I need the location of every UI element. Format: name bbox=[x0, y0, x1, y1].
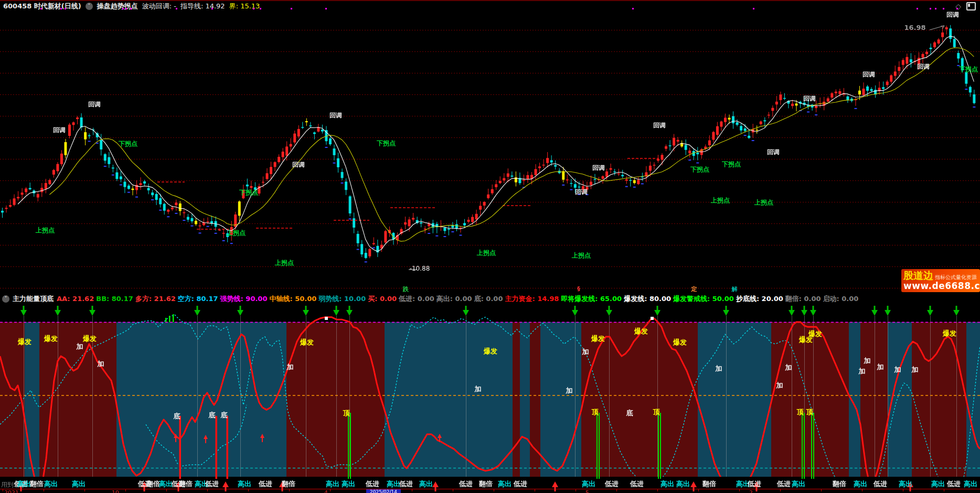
buy-low-label: 翻倍 bbox=[833, 479, 846, 489]
bottom-signal-label: 底 bbox=[174, 412, 180, 421]
chart-bottom-mark: § bbox=[577, 285, 580, 292]
signal-dot bbox=[956, 8, 958, 9]
chart-bottom-mark: 跌 bbox=[403, 285, 409, 293]
sell-high-label: 高出 bbox=[342, 479, 355, 489]
pullback-label: 回调 bbox=[946, 10, 959, 19]
indicator-field: 空方: 80.17 bbox=[178, 295, 218, 303]
signal-dot bbox=[291, 8, 292, 9]
add-position-label: 加 bbox=[582, 347, 589, 357]
pivot-label: 上拐点 bbox=[36, 226, 55, 235]
add-position-label: 加 bbox=[287, 362, 294, 372]
sell-high-label: 高出 bbox=[44, 479, 58, 489]
buy-low-label: 低进 bbox=[748, 479, 761, 489]
sell-high-label: 高出 bbox=[792, 479, 805, 489]
pullback-label: 回调 bbox=[88, 100, 101, 109]
signal-dot bbox=[632, 8, 634, 9]
buy-low-label: 低进 bbox=[605, 479, 619, 489]
add-position-label: 加 bbox=[912, 365, 919, 374]
pivot-label: 上拐点 bbox=[711, 196, 730, 205]
signal-dot bbox=[211, 8, 213, 9]
buy-low-label: 翻倍 bbox=[702, 479, 716, 489]
pivot-label: 上拐点 bbox=[754, 198, 773, 207]
stock-title[interactable]: 600458 时代新材(日线) bbox=[3, 2, 81, 11]
sell-high-label: 高出 bbox=[387, 479, 400, 489]
indicator-field: 主力资金: 14.98 bbox=[505, 295, 559, 303]
indicator-field: 弱势线: 10.00 bbox=[318, 295, 366, 303]
chart-bottom-mark: 定 bbox=[691, 285, 697, 293]
buy-low-label: 低进 bbox=[366, 479, 379, 489]
sell-high-label: 高出 bbox=[17, 479, 31, 489]
date-tick-label: 2021 bbox=[4, 489, 19, 493]
indicator-collapse-icon[interactable]: ˅ bbox=[2, 295, 9, 303]
watermark-url: www.de6688.com bbox=[903, 281, 978, 291]
buy-low-label: 翻倍 bbox=[479, 479, 493, 489]
pullback-label: 回调 bbox=[292, 160, 305, 169]
indicator-field: 即将爆发线: 65.00 bbox=[561, 295, 622, 303]
buy-low-label: 低进 bbox=[459, 479, 473, 489]
top-signal-label: 顶 bbox=[343, 409, 350, 418]
titlebar-icons: ◇ bbox=[955, 2, 976, 10]
burst-label: 爆发 bbox=[634, 327, 648, 336]
indicator-field: 高出: 0.00 bbox=[436, 295, 472, 303]
pivot-label: 下拐点 bbox=[239, 188, 258, 197]
indicator-field: 强势线: 90.00 bbox=[220, 295, 268, 303]
indicator-fields: AA: 21.62BB: 80.17多方: 21.62空方: 80.17强势线:… bbox=[57, 294, 860, 304]
indicator-panel-canvas[interactable] bbox=[0, 304, 980, 493]
sell-high-label: 高出 bbox=[931, 479, 945, 489]
pivot-label: 下拐点 bbox=[722, 160, 741, 169]
indicator-field: 启动: 0.00 bbox=[823, 295, 859, 303]
trading-terminal: 600458 时代新材(日线) ˅ 操盘趋势拐点 波动回调: - 指导线: 14… bbox=[0, 0, 980, 493]
signal-dot bbox=[260, 8, 261, 9]
sell-high-label: 高出 bbox=[159, 479, 173, 489]
signal-dot bbox=[40, 8, 42, 9]
top-signal-label: 顶 bbox=[653, 408, 660, 417]
pullback-label: 回调 bbox=[803, 94, 816, 103]
add-position-label: 加 bbox=[475, 384, 482, 394]
sell-high-label: 高出 bbox=[582, 479, 595, 489]
pivot-label: 上拐点 bbox=[572, 251, 591, 260]
buy-low-label: 低进 bbox=[874, 479, 887, 489]
add-position-label: 加 bbox=[859, 367, 866, 376]
pullback-label: 回调 bbox=[767, 148, 780, 157]
sell-high-label: 高出 bbox=[964, 479, 977, 489]
pivot-label: 下拐点 bbox=[959, 65, 978, 74]
burst-label: 爆发 bbox=[83, 334, 97, 344]
pullback-label: 回调 bbox=[575, 188, 588, 197]
indicator-field: 抄底线: 20.00 bbox=[736, 295, 783, 303]
exit-window-icon[interactable] bbox=[966, 2, 976, 10]
buy-low-label: 翻倍 bbox=[146, 479, 160, 489]
signal-dot bbox=[130, 8, 132, 9]
pivot-label: 下拐点 bbox=[119, 140, 137, 148]
buy-low-label: 低进 bbox=[205, 479, 219, 489]
burst-label: 爆发 bbox=[591, 334, 605, 344]
add-position-label: 加 bbox=[77, 342, 83, 351]
add-position-label: 加 bbox=[864, 356, 871, 366]
signal-dot bbox=[65, 8, 66, 9]
low-value-label: -10.88 bbox=[410, 265, 430, 272]
add-position-label: 加 bbox=[776, 381, 783, 390]
buy-low-label: 低进 bbox=[947, 479, 961, 489]
indicator-title[interactable]: 主力能量顶底 bbox=[13, 294, 54, 304]
chevron-down-circle-icon[interactable]: ˅ bbox=[86, 3, 93, 10]
watermark-tagline: 指标公式量化资源 bbox=[935, 274, 977, 281]
pullback-label: 回调 bbox=[592, 164, 605, 173]
buy-low-label: 翻倍 bbox=[282, 479, 295, 489]
buy-low-label: 低进 bbox=[514, 479, 527, 489]
indicator-field: 中轴线: 50.00 bbox=[269, 295, 316, 303]
signal-dot bbox=[125, 8, 127, 9]
date-tick-label: 4 bbox=[324, 489, 328, 493]
main-indicator-name[interactable]: 操盘趋势拐点 bbox=[97, 2, 138, 11]
signal-dot bbox=[753, 8, 754, 9]
add-position-label: 加 bbox=[716, 364, 722, 373]
boundary-value: 界: 15.13 bbox=[229, 2, 260, 11]
buy-low-label: 低进 bbox=[630, 479, 644, 489]
selected-date-badge: 2025/02/14 bbox=[366, 489, 401, 493]
indicator-field: 多方: 21.62 bbox=[135, 295, 176, 303]
date-tick-label: 2 bbox=[749, 489, 753, 493]
watermark-brand: 股道边 bbox=[903, 270, 933, 281]
signal-dot bbox=[917, 8, 918, 9]
top-signal-label: 顶 bbox=[797, 408, 804, 417]
sell-high-label: 高出 bbox=[238, 479, 251, 489]
sell-high-label: 高出 bbox=[498, 479, 512, 489]
pivot-label: 上拐点 bbox=[477, 249, 496, 258]
